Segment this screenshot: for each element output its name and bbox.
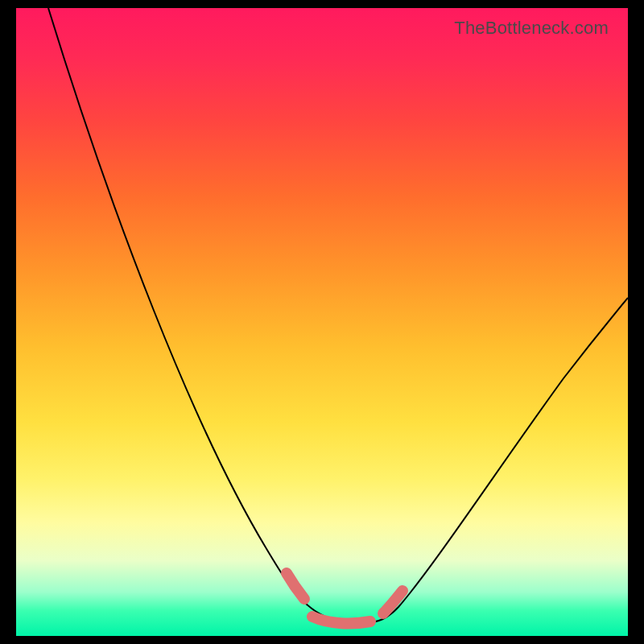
curve-left-branch <box>48 8 362 623</box>
chart-overlay <box>16 8 628 636</box>
marker-left-knee <box>287 573 304 599</box>
curve-right-branch <box>362 298 628 623</box>
outer-frame: TheBottleneck.com <box>0 0 644 644</box>
watermark-text: TheBottleneck.com <box>454 18 609 39</box>
marker-right-knee <box>383 591 402 613</box>
marker-valley-floor <box>312 617 370 623</box>
chart-plot-area: TheBottleneck.com <box>16 8 628 636</box>
